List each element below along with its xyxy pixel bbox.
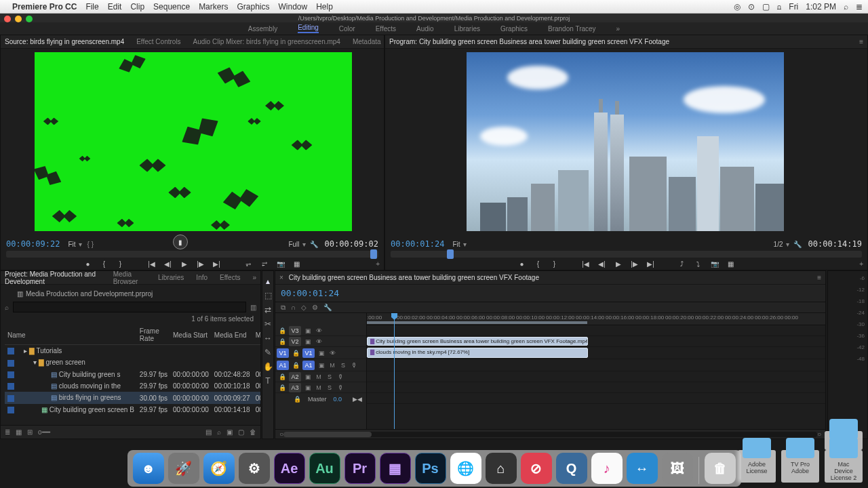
step-forward-button[interactable]: |▶	[196, 259, 205, 268]
source-scrubber[interactable]	[6, 251, 378, 258]
source-settings-icon[interactable]: { }	[87, 241, 94, 248]
dock-preview[interactable]: 🖼	[662, 453, 693, 484]
mark-in-button[interactable]: {	[100, 259, 109, 268]
source-video-frame[interactable]	[35, 52, 352, 231]
timeline-tracks-area[interactable]: :00:00 00:00:02:00 00:00:04:00 00:00:06:…	[367, 313, 825, 429]
dock-app[interactable]: ⊘	[521, 453, 552, 484]
work-area-bar[interactable]	[367, 321, 587, 324]
dropdown-icon[interactable]: ▾	[302, 241, 306, 248]
track-master[interactable]	[367, 393, 825, 404]
col-media-dur[interactable]: Media Dur	[253, 325, 260, 345]
wifi-icon[interactable]: ⩍	[777, 2, 781, 12]
export-frame-button[interactable]: 📷	[710, 259, 719, 268]
dock-after-effects[interactable]: Ae	[274, 453, 305, 484]
extract-button[interactable]: ⤵	[694, 259, 703, 268]
new-bin-button[interactable]: ▣	[226, 428, 233, 436]
workspace-overflow-icon[interactable]: »	[616, 25, 620, 33]
pen-tool[interactable]: ✎	[263, 348, 273, 357]
selection-tool[interactable]: ▴	[263, 277, 273, 286]
type-tool[interactable]: T	[263, 376, 273, 386]
source-timecode[interactable]: 00:00:09:22	[6, 239, 60, 249]
zoom-slider[interactable]: o━━	[38, 428, 50, 436]
timeline-clip[interactable]: ▇ City building green screen Business ar…	[367, 337, 588, 346]
track-header-a2[interactable]: 🔒A2▣MS🎙	[275, 371, 366, 382]
lift-button[interactable]: ⤴	[677, 259, 687, 268]
add-transport-button[interactable]: +	[859, 260, 863, 268]
track-v3[interactable]	[367, 325, 825, 336]
dock-finder[interactable]: ☻	[133, 453, 164, 484]
find-icon[interactable]: ⌕	[217, 428, 221, 436]
menubar-extra-icon[interactable]: ◎	[734, 2, 741, 12]
tab-timeline-sequence[interactable]: City building green screen Business area…	[289, 274, 539, 281]
tab-effects[interactable]: Effects	[220, 274, 240, 281]
step-back-button[interactable]: ◀|	[597, 259, 607, 268]
add-marker-button[interactable]: ●	[517, 259, 527, 268]
workspace-effects[interactable]: Effects	[376, 25, 396, 33]
track-select-tool[interactable]: ⬚	[263, 291, 273, 300]
workspace-editing[interactable]: Editing	[298, 24, 319, 33]
track-a2[interactable]	[367, 371, 825, 382]
timeline-scrollbar[interactable]	[283, 432, 817, 437]
track-header-v1[interactable]: V1🔒V1▣👁	[275, 347, 366, 359]
track-v1[interactable]: ▇ clouds moving in the sky.mp4 [72.67%]	[367, 347, 825, 359]
track-header-a3[interactable]: 🔒A3▣MS🎙	[275, 382, 366, 393]
add-transport-button[interactable]: +	[376, 260, 380, 268]
icon-view-icon[interactable]: ▦	[16, 428, 22, 436]
dock-quicktime[interactable]: Q	[556, 453, 587, 484]
source-resolution[interactable]: Full	[288, 241, 299, 248]
workspace-color[interactable]: Color	[339, 25, 355, 33]
wrench-icon[interactable]: 🔧	[323, 304, 332, 311]
tab-effect-controls[interactable]: Effect Controls	[136, 38, 180, 45]
program-scrubber[interactable]	[391, 251, 862, 258]
siri-icon[interactable]: ≣	[856, 2, 863, 12]
dock-itunes[interactable]: ♪	[591, 453, 623, 484]
comparison-view-icon[interactable]: ▦	[726, 259, 736, 268]
export-frame-button[interactable]: 📷	[276, 259, 285, 268]
mark-in-button[interactable]: {	[534, 259, 543, 268]
list-view-icon[interactable]: ≣	[5, 428, 10, 436]
mark-out-button[interactable]: }	[116, 259, 125, 268]
linked-sel-icon[interactable]: ∩	[291, 304, 296, 311]
tab-source[interactable]: Source: birds flying in greenscreen.mp4	[5, 38, 124, 45]
tab-metadata[interactable]: Metadata	[353, 38, 381, 45]
menu-markers[interactable]: Markers	[199, 2, 228, 12]
timeline-zoom-in[interactable]: ○	[817, 430, 821, 438]
spotlight-icon[interactable]: ⌕	[844, 2, 848, 12]
program-zoom-fit[interactable]: Fit	[452, 241, 460, 248]
dock-app[interactable]: ⌂	[486, 453, 517, 484]
table-row[interactable]: ▸ ▇ Tutorials	[5, 345, 260, 357]
mark-out-button[interactable]: }	[550, 259, 559, 268]
snap-icon[interactable]: ⧉	[281, 304, 285, 312]
razor-tool[interactable]: ✂	[263, 319, 273, 329]
go-to-out-button[interactable]: ▶|	[212, 259, 222, 268]
new-item-dd-icon[interactable]: ▥	[250, 304, 256, 311]
tab-info[interactable]: Info	[196, 274, 208, 281]
col-media-start[interactable]: Media Start	[170, 325, 212, 345]
table-row[interactable]: ▤ birds flying in greens30.00 fps00:00:0…	[5, 392, 260, 403]
dock-chrome[interactable]: 🌐	[450, 453, 481, 484]
source-zoom-fit[interactable]: Fit	[68, 241, 75, 248]
app-menu[interactable]: Premiere Pro CC	[12, 2, 77, 12]
track-a3[interactable]	[367, 382, 825, 393]
workspace-custom[interactable]: Brandon Tracey	[548, 25, 596, 33]
timeline-playhead[interactable]	[394, 313, 395, 429]
dock-trash[interactable]: 🗑	[705, 453, 736, 484]
dropdown-icon[interactable]: ▾	[463, 241, 467, 248]
ripple-edit-tool[interactable]: ⇄	[263, 305, 273, 314]
workspace-assembly[interactable]: Assembly	[248, 25, 277, 33]
dock-media-encoder[interactable]: ▦	[380, 453, 411, 484]
program-resolution[interactable]: 1/2	[774, 241, 783, 248]
track-header-v3[interactable]: 🔒V3▣👁	[275, 325, 366, 336]
settings-timeline-icon[interactable]: ⚙	[312, 304, 318, 311]
table-row[interactable]: ▤ clouds moving in the29.97 fps00:00:00:…	[5, 380, 260, 392]
col-media-end[interactable]: Media End	[212, 325, 253, 345]
button-editor-icon[interactable]: ▦	[292, 259, 302, 268]
panel-menu-icon[interactable]: ≡	[859, 38, 863, 45]
dock-teamviewer[interactable]: ↔	[627, 453, 658, 484]
dropdown-icon[interactable]: ▾	[786, 241, 789, 248]
freeform-view-icon[interactable]: ⊞	[27, 428, 33, 436]
step-back-button[interactable]: ◀|	[163, 259, 173, 268]
marker-span-icon[interactable]: ◇	[301, 304, 307, 311]
go-to-out-button[interactable]: ▶|	[646, 259, 656, 268]
timeline-close-icon[interactable]: ×	[279, 274, 283, 281]
